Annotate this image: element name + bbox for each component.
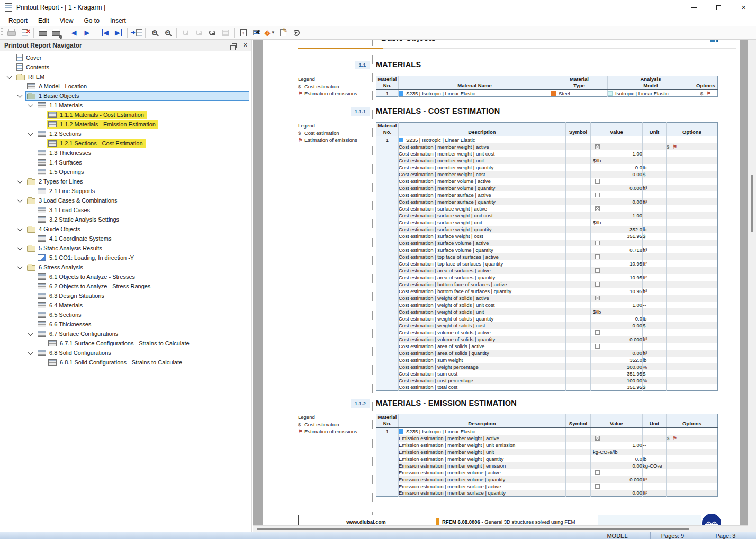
chevron-down-icon[interactable] xyxy=(24,132,36,136)
navigator-item[interactable]: 4.1 Coordinate Systems xyxy=(0,234,251,243)
checkbox-checked-icon xyxy=(595,144,600,149)
float-panel-icon[interactable] xyxy=(232,43,237,48)
fit-page-button[interactable]: ↕ xyxy=(237,27,250,39)
column-header: Description xyxy=(399,414,566,428)
print-settings-button[interactable] xyxy=(49,27,62,39)
navigator-item[interactable]: 6.8 Solid Configurations xyxy=(0,348,251,358)
navigator-item[interactable]: 1.1.1 Materials - Cost Estimation xyxy=(0,110,251,120)
report-document-icon xyxy=(5,3,12,12)
chevron-down-icon[interactable] xyxy=(24,104,36,107)
navigator-item[interactable]: 4 Guide Objects xyxy=(0,224,251,234)
navigator-item[interactable]: 3.2 Static Analysis Settings xyxy=(0,215,251,224)
toolbar-grip[interactable] xyxy=(1,28,3,38)
navigator-item[interactable]: 6.7.1 Surface Configurations - Strains t… xyxy=(0,339,251,348)
chevron-down-icon[interactable] xyxy=(14,180,25,184)
table-row: Cost estimation | area of solids | activ… xyxy=(376,343,718,350)
chevron-down-icon[interactable] xyxy=(14,199,25,203)
rotate-lock-icon xyxy=(183,30,188,35)
zoom-in-button[interactable]: + xyxy=(148,27,161,39)
navigator-item[interactable]: 1.2 Sections xyxy=(0,129,251,139)
regenerate-unlocked-button[interactable] xyxy=(192,27,205,39)
last-page-button[interactable]: ▶ xyxy=(112,27,125,39)
remove-from-report-button[interactable]: ✕ xyxy=(18,27,31,39)
navigator-item[interactable]: 5 Static Analysis Results xyxy=(0,243,251,253)
regenerate-all-button[interactable] xyxy=(205,27,219,39)
navigator-item[interactable]: 1.5 Openings xyxy=(0,167,251,177)
table-row: Emission estimation | member volume | qu… xyxy=(376,476,718,483)
chevron-down-icon[interactable] xyxy=(14,246,25,250)
menu-insert[interactable]: Insert xyxy=(105,16,131,25)
report-preview-area: Basic Objects ◀ 1.1 MATERIALS Legend $Co… xyxy=(253,40,756,532)
column-header: Value xyxy=(591,414,643,428)
menu-go-to[interactable]: Go to xyxy=(79,16,105,25)
move-pages-button[interactable]: ◆↕▼ xyxy=(263,27,276,39)
navigator-item[interactable]: 1.4 Surfaces xyxy=(0,158,251,167)
chevron-down-icon[interactable] xyxy=(14,266,25,269)
material-name: S235 | Isotropic | Linear Elastic xyxy=(406,90,475,96)
checkbox-unchecked-icon xyxy=(595,470,600,475)
navigator-item[interactable]: 3.1 Load Cases xyxy=(0,205,251,215)
menu-edit[interactable]: Edit xyxy=(33,16,55,25)
print-preview-button[interactable] xyxy=(5,27,18,39)
chevron-down-icon[interactable] xyxy=(24,351,36,355)
checkbox-checked-icon xyxy=(595,296,600,300)
navigator-item[interactable]: 6.3 Design Situations xyxy=(0,291,251,300)
navigator-item[interactable]: A Model - Location xyxy=(0,81,251,91)
chevron-down-icon[interactable] xyxy=(14,227,25,231)
adjust-tables-button[interactable] xyxy=(219,27,232,39)
select-objects-button[interactable] xyxy=(250,27,263,39)
navigator-item[interactable]: 6 Stress Analysis xyxy=(0,262,251,272)
navigator-item[interactable]: 2 Types for Lines xyxy=(0,177,251,186)
zoom-out-button[interactable]: − xyxy=(161,27,174,39)
navigator-item[interactable]: 3 Load Cases & Combinations xyxy=(0,196,251,205)
next-page-button[interactable]: ▶ xyxy=(80,27,94,39)
left-arrow-icon: ◀ xyxy=(71,29,77,36)
chevron-down-icon[interactable] xyxy=(24,332,36,336)
navigator-item[interactable]: RFEM xyxy=(0,72,251,81)
analysis-model: Isotropic | Linear Elastic xyxy=(615,90,669,96)
navigator-item[interactable]: 6.7 Surface Configurations xyxy=(0,329,251,339)
dropdown-caret-icon[interactable]: ▼ xyxy=(271,30,275,35)
navigator-item[interactable]: 6.6 Thicknesses xyxy=(0,319,251,329)
navigator-item[interactable]: Cover xyxy=(0,53,251,62)
navigator-item[interactable]: 2.1 Line Supports xyxy=(0,186,251,196)
navigator-item[interactable]: 1.1 Materials xyxy=(0,101,251,110)
legend-emissions-label: Estimation of emissions xyxy=(304,90,357,96)
navigator-item[interactable]: 6.1 Objects to Analyze - Stresses xyxy=(0,272,251,281)
page-corner-icon[interactable] xyxy=(710,40,718,42)
print-button[interactable] xyxy=(36,27,49,39)
navigator-item[interactable]: 6.4 Materials xyxy=(0,300,251,310)
chevron-down-icon[interactable] xyxy=(14,94,25,98)
maximize-button[interactable] xyxy=(706,0,731,15)
edit-report-button[interactable] xyxy=(276,27,290,39)
navigator-item[interactable]: 6.2 Objects to Analyze - Stress Ranges xyxy=(0,281,251,291)
navigator-item[interactable]: 6.5 Sections xyxy=(0,310,251,319)
table-row: Cost estimation | weight of solids | uni… xyxy=(376,308,718,315)
menu-view[interactable]: View xyxy=(55,16,79,25)
first-page-button[interactable]: ◀ xyxy=(98,27,112,39)
navigator-item[interactable]: 5.1 CO1: Loading, In direction -Y xyxy=(0,253,251,262)
navigator-item[interactable]: 1.3 Thicknesses xyxy=(0,148,251,158)
flag-icon: ⚑ xyxy=(298,137,304,143)
navigator-item[interactable]: 1 Basic Objects xyxy=(0,91,251,101)
refresh-button[interactable] xyxy=(290,27,303,39)
minimize-button[interactable] xyxy=(681,0,706,15)
previous-page-button[interactable]: ◀ xyxy=(67,27,80,39)
menu-report[interactable]: Report xyxy=(3,16,33,25)
vertical-scrollbar[interactable] xyxy=(748,40,756,532)
table-row: 1 S235 | Isotropic | Linear Elastic xyxy=(376,136,718,143)
regenerate-locked-button[interactable] xyxy=(179,27,192,39)
checkbox-unchecked-icon xyxy=(595,282,600,287)
close-button[interactable]: ✕ xyxy=(731,0,756,15)
navigator-item[interactable]: 6.8.1 Solid Configurations - Strains to … xyxy=(0,358,251,367)
chevron-down-icon[interactable] xyxy=(3,75,15,79)
navigator-item[interactable]: 1.2.1 Sections - Cost Estimation xyxy=(0,139,251,148)
horizontal-scrollbar[interactable] xyxy=(253,525,748,532)
go-to-page-button[interactable]: ➜ xyxy=(130,27,143,39)
close-panel-icon[interactable]: ✕ xyxy=(243,42,248,49)
navigator-item[interactable]: Contents xyxy=(0,62,251,72)
table-row: Cost estimation | bottom face of surface… xyxy=(376,288,718,295)
vertical-scrollbar-thumb[interactable] xyxy=(751,175,753,232)
navigator-item[interactable]: 1.1.2 Materials - Emission Estimation xyxy=(0,120,251,129)
horizontal-scrollbar-thumb[interactable] xyxy=(257,528,689,530)
